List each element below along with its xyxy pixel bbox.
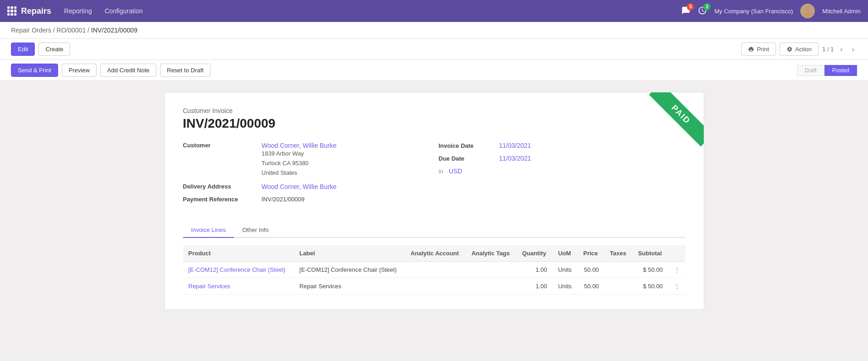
- payment-reference-value: INV/2021/00009: [262, 196, 305, 203]
- next-button[interactable]: ›: [849, 44, 857, 54]
- gear-icon: [787, 46, 793, 52]
- clock-badge: 2: [703, 3, 711, 11]
- breadcrumb-sep-2: /: [87, 27, 91, 34]
- customer-field-row: Customer Wood Corner, Willie Burke 1839 …: [183, 142, 430, 178]
- nav-links: Reporting Configuration: [59, 5, 674, 17]
- cell-analytic-tags-1: [466, 278, 516, 295]
- invoice-lines-table: Product Label Analytic Account Analytic …: [183, 245, 685, 295]
- customer-value: Wood Corner, Willie Burke 1839 Arbor Way…: [262, 142, 337, 178]
- invoice-type: Customer Invoice: [183, 107, 685, 114]
- send-print-button[interactable]: Send & Print: [11, 64, 58, 77]
- delivery-address-label: Delivery Address: [183, 183, 256, 190]
- delivery-address-value[interactable]: Wood Corner, Willie Burke: [262, 183, 337, 190]
- invoice-tabs: Invoice Lines Other Info: [183, 223, 685, 238]
- col-label: Label: [294, 245, 405, 262]
- cell-subtotal-0: $ 50.00: [632, 262, 668, 278]
- customer-label: Customer: [183, 142, 256, 178]
- cell-uom-0: Units: [553, 262, 578, 278]
- cell-label-0: [E-COM12] Conference Chair (Steel): [294, 262, 405, 278]
- cell-product-0[interactable]: [E-COM12] Conference Chair (Steel): [183, 262, 294, 278]
- col-analytic-tags: Analytic Tags: [466, 245, 516, 262]
- due-date-row: Due Date 11/03/2021: [439, 155, 685, 162]
- cell-price-0: 50.00: [578, 262, 604, 278]
- breadcrumb-inv: INV/2021/00009: [91, 27, 137, 34]
- cell-product-1[interactable]: Repair Services: [183, 278, 294, 295]
- app-name: Repairs: [21, 6, 51, 16]
- cell-menu-1[interactable]: ⋮: [669, 278, 685, 295]
- breadcrumb-sep-1: /: [53, 27, 57, 34]
- nav-link-reporting[interactable]: Reporting: [59, 5, 97, 17]
- cell-taxes-0: [604, 262, 633, 278]
- company-name[interactable]: My Company (San Francisco): [714, 8, 793, 15]
- currency-value[interactable]: USD: [449, 167, 463, 175]
- breadcrumb-ro00001[interactable]: RO/00001: [57, 27, 86, 34]
- table-row: [E-COM12] Conference Chair (Steel) [E-CO…: [183, 262, 685, 278]
- print-icon: [748, 46, 754, 52]
- customer-address: 1839 Arbor WayTurlock CA 95380United Sta…: [262, 149, 337, 178]
- nav-link-configuration[interactable]: Configuration: [99, 5, 148, 17]
- status-posted: Posted: [825, 65, 857, 76]
- invoice-right-fields: Invoice Date 11/03/2021 Due Date 11/03/2…: [439, 142, 685, 208]
- cell-label-1: Repair Services: [294, 278, 405, 295]
- col-menu: [669, 245, 685, 262]
- customer-name[interactable]: Wood Corner, Willie Burke: [262, 142, 337, 149]
- reset-to-draft-button[interactable]: Reset to Draft: [160, 64, 210, 77]
- avatar-icon: [801, 5, 814, 17]
- payment-ref-field-row: Payment Reference INV/2021/00009: [183, 196, 430, 203]
- nav-right: 5 2 My Company (San Francisco) Mitchell …: [681, 4, 861, 18]
- edit-button[interactable]: Edit: [11, 43, 35, 56]
- payment-reference-label: Payment Reference: [183, 196, 256, 203]
- cell-analytic-tags-0: [466, 262, 516, 278]
- invoice-fields: Customer Wood Corner, Willie Burke 1839 …: [183, 142, 685, 208]
- invoice-number: INV/2021/00009: [183, 116, 685, 131]
- svg-point-0: [805, 7, 810, 11]
- breadcrumb-repair-orders[interactable]: Repair Orders: [11, 27, 51, 34]
- preview-button[interactable]: Preview: [62, 64, 97, 77]
- delivery-field-row: Delivery Address Wood Corner, Willie Bur…: [183, 183, 430, 190]
- tab-invoice-lines[interactable]: Invoice Lines: [183, 223, 234, 238]
- app-logo[interactable]: Repairs: [7, 6, 51, 16]
- create-button[interactable]: Create: [38, 43, 70, 56]
- tab-other-info[interactable]: Other Info: [234, 223, 277, 238]
- status-draft: Draft: [797, 65, 825, 76]
- currency-row: in USD: [439, 167, 685, 175]
- add-credit-note-button[interactable]: Add Credit Note: [100, 64, 156, 77]
- grid-icon: [7, 6, 16, 16]
- cell-quantity-1: 1.00: [517, 278, 553, 295]
- col-price: Price: [578, 245, 604, 262]
- breadcrumb: Repair Orders / RO/00001 / INV/2021/0000…: [0, 22, 868, 39]
- col-analytic-account: Analytic Account: [405, 245, 466, 262]
- action-button[interactable]: Action: [780, 43, 819, 56]
- col-quantity: Quantity: [517, 245, 553, 262]
- table-header: Product Label Analytic Account Analytic …: [183, 245, 685, 262]
- cell-quantity-0: 1.00: [517, 262, 553, 278]
- pagination: 1 / 1 ‹ ›: [822, 44, 857, 54]
- cell-menu-0[interactable]: ⋮: [669, 262, 685, 278]
- clock-notification[interactable]: 2: [698, 6, 707, 16]
- due-date-value: 11/03/2021: [499, 155, 531, 162]
- cell-taxes-1: [604, 278, 633, 295]
- invoice-left-fields: Customer Wood Corner, Willie Burke 1839 …: [183, 142, 430, 208]
- table-body: [E-COM12] Conference Chair (Steel) [E-CO…: [183, 262, 685, 295]
- status-bar: Draft Posted: [797, 65, 857, 76]
- chat-notification[interactable]: 5: [681, 6, 690, 16]
- invoice-date-row: Invoice Date 11/03/2021: [439, 142, 685, 149]
- prev-button[interactable]: ‹: [837, 44, 845, 54]
- svg-point-1: [804, 12, 811, 17]
- cell-analytic-account-1: [405, 278, 466, 295]
- invoice-card: PAID Customer Invoice INV/2021/00009 Cus…: [164, 92, 704, 310]
- cell-analytic-account-0: [405, 262, 466, 278]
- user-name[interactable]: Mitchell Admin: [822, 8, 861, 15]
- print-button[interactable]: Print: [741, 43, 776, 56]
- due-date-label: Due Date: [439, 155, 494, 162]
- col-product: Product: [183, 245, 294, 262]
- col-uom: UoM: [553, 245, 578, 262]
- currency-in-label: in: [439, 168, 443, 175]
- invoice-date-value: 11/03/2021: [499, 142, 531, 149]
- cell-price-1: 50.00: [578, 278, 604, 295]
- chat-badge: 5: [687, 3, 694, 11]
- cell-subtotal-1: $ 50.00: [632, 278, 668, 295]
- cell-uom-1: Units: [553, 278, 578, 295]
- user-avatar[interactable]: [800, 4, 815, 18]
- col-subtotal: Subtotal: [632, 245, 668, 262]
